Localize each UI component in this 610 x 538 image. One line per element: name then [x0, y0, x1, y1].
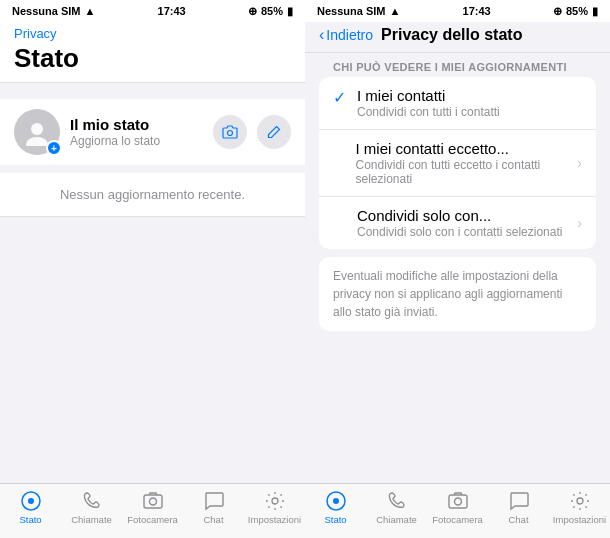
status-text: Il mio stato Aggiorna lo stato	[70, 116, 203, 148]
screen1-nav: Privacy Stato	[0, 22, 305, 83]
option-contacts-except-title: I miei contatti eccetto...	[356, 140, 578, 157]
status-bar-2: Nessuna SIM ▲ 17:43 ⊕ 85% ▮	[305, 0, 610, 22]
info-text: Eventuali modifiche alle impostazioni de…	[333, 269, 562, 319]
svg-point-11	[454, 498, 461, 505]
svg-point-1	[26, 137, 48, 146]
carrier-2: Nessuna SIM	[317, 5, 385, 17]
svg-point-12	[577, 498, 583, 504]
time-2: 17:43	[463, 5, 491, 17]
svg-rect-5	[144, 495, 162, 508]
tab-chiamate-1[interactable]: Chiamate	[61, 490, 122, 525]
svg-point-4	[28, 498, 34, 504]
add-status-badge[interactable]: +	[46, 140, 62, 156]
option-contacts-except[interactable]: ✓ I miei contatti eccetto... Condividi c…	[319, 130, 596, 197]
camera-icon-btn[interactable]	[213, 115, 247, 149]
page-title-1: Stato	[14, 43, 291, 74]
info-box: Eventuali modifiche alle impostazioni de…	[319, 257, 596, 331]
pencil-icon-btn[interactable]	[257, 115, 291, 149]
my-status-card[interactable]: + Il mio stato Aggiorna lo stato	[0, 99, 305, 165]
tab-stato-2[interactable]: Stato	[305, 490, 366, 525]
option-share-only-subtitle: Condividi solo con i contatti selezionat…	[357, 225, 562, 239]
wifi-icon-1: ▲	[84, 5, 95, 17]
option-my-contacts-subtitle: Condividi con tutti i contatti	[357, 105, 500, 119]
tab-chat-label-2: Chat	[508, 514, 528, 525]
tab-stato-label-1: Stato	[19, 514, 41, 525]
privacy-link[interactable]: Privacy	[14, 26, 291, 41]
back-button[interactable]: ‹ Indietro	[319, 26, 373, 44]
chevron-right-icon-2: ›	[577, 215, 582, 231]
tab-impostazioni-2[interactable]: Impostazioni	[549, 490, 610, 525]
option-share-only[interactable]: ✓ Condividi solo con... Condividi solo c…	[319, 197, 596, 249]
signal-icon-1: ⊕	[248, 5, 257, 18]
tab-chat-label-1: Chat	[203, 514, 223, 525]
empty-check-2: ✓	[333, 208, 349, 227]
svg-point-7	[272, 498, 278, 504]
separator-2	[0, 165, 305, 173]
back-label: Indietro	[326, 27, 373, 43]
screen2-nav: ‹ Indietro Privacy dello stato	[305, 22, 610, 53]
tab-impostazioni-label-2: Impostazioni	[553, 514, 606, 525]
chevron-left-icon: ‹	[319, 26, 324, 44]
battery-icon-2: ▮	[592, 5, 598, 18]
battery-1: 85%	[261, 5, 283, 17]
empty-check-1: ✓	[333, 141, 348, 160]
tab-bar-2: Stato Chiamate Fotocamera	[305, 483, 610, 538]
tab-impostazioni-label-1: Impostazioni	[248, 514, 301, 525]
my-status-subtitle: Aggiorna lo stato	[70, 134, 203, 148]
tab-fotocamera-label-1: Fotocamera	[127, 514, 178, 525]
battery-icon-1: ▮	[287, 5, 293, 18]
svg-point-6	[149, 498, 156, 505]
svg-point-0	[31, 123, 43, 135]
svg-rect-10	[449, 495, 467, 508]
battery-2: 85%	[566, 5, 588, 17]
tab-impostazioni-1[interactable]: Impostazioni	[244, 490, 305, 525]
status-action-icons	[213, 115, 291, 149]
tab-bar-1: Stato Chiamate Fotocamera	[0, 483, 305, 538]
page-title-2: Privacy dello stato	[381, 26, 522, 44]
tab-chiamate-label-1: Chiamate	[71, 514, 112, 525]
chevron-right-icon-1: ›	[577, 155, 582, 171]
option-contacts-except-subtitle: Condividi con tutti eccetto i contatti s…	[356, 158, 578, 186]
screen2-content: CHI PUÒ VEDERE I MIEI AGGIORNAMENTI ✓ I …	[305, 53, 610, 483]
svg-point-9	[333, 498, 339, 504]
signal-icon-2: ⊕	[553, 5, 562, 18]
tab-chiamate-2[interactable]: Chiamate	[366, 490, 427, 525]
wifi-icon-2: ▲	[389, 5, 400, 17]
tab-chat-2[interactable]: Chat	[488, 490, 549, 525]
checkmark-icon: ✓	[333, 88, 349, 107]
section-header: CHI PUÒ VEDERE I MIEI AGGIORNAMENTI	[319, 53, 596, 77]
empty-area	[0, 217, 305, 483]
tab-fotocamera-2[interactable]: Fotocamera	[427, 490, 488, 525]
my-status-name: Il mio stato	[70, 116, 203, 133]
tab-fotocamera-label-2: Fotocamera	[432, 514, 483, 525]
separator-1	[0, 83, 305, 91]
tab-chiamate-label-2: Chiamate	[376, 514, 417, 525]
tab-stato-label-2: Stato	[324, 514, 346, 525]
tab-chat-1[interactable]: Chat	[183, 490, 244, 525]
option-my-contacts[interactable]: ✓ I miei contatti Condividi con tutti i …	[319, 77, 596, 130]
privacy-options-group: ✓ I miei contatti Condividi con tutti i …	[319, 77, 596, 249]
no-updates-text: Nessun aggiornamento recente.	[0, 173, 305, 217]
status-bar-1: Nessuna SIM ▲ 17:43 ⊕ 85% ▮	[0, 0, 305, 22]
tab-stato-1[interactable]: Stato	[0, 490, 61, 525]
carrier-1: Nessuna SIM	[12, 5, 80, 17]
avatar-container: +	[14, 109, 60, 155]
option-my-contacts-title: I miei contatti	[357, 87, 500, 104]
option-share-only-title: Condividi solo con...	[357, 207, 562, 224]
svg-point-2	[228, 131, 233, 136]
time-1: 17:43	[158, 5, 186, 17]
tab-fotocamera-1[interactable]: Fotocamera	[122, 490, 183, 525]
